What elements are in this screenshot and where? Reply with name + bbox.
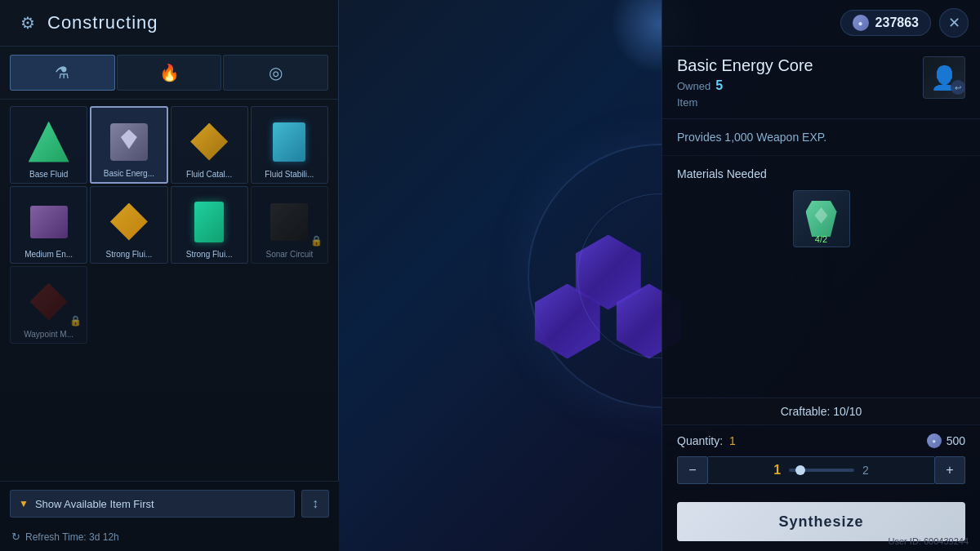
stepper-minus-button[interactable]: − [677, 456, 708, 484]
detail-item-name: Basic Energy Core [677, 56, 813, 75]
chevron-down-icon: ▼ [19, 498, 29, 509]
quantity-current-value: 1 [729, 434, 736, 447]
item-waypoint[interactable]: 🔒 Waypoint M... [10, 266, 87, 344]
show-available-label: Show Available Item First [35, 498, 154, 510]
item-type-label: Item [677, 96, 813, 109]
material-shape-icon [806, 201, 837, 237]
cost-amount: 500 [947, 434, 965, 447]
item-fluid-stabi[interactable]: Fluid Stabili... [251, 106, 328, 184]
title-bar: ⚙ Constructing [0, 0, 338, 47]
currency-icon: ● [853, 15, 869, 31]
hex-left [535, 284, 600, 359]
material-icon-box: 4/2 [793, 190, 850, 247]
item-base-fluid-label: Base Fluid [11, 170, 87, 180]
item-waypoint-label: Waypoint M... [11, 330, 87, 340]
base-fluid-icon [11, 107, 87, 170]
fluid-stabi-icon [252, 107, 327, 170]
bottom-controls: ▼ Show Available Item First ↕ ↻ Refresh … [0, 481, 339, 551]
refresh-label: Refresh Time: 3d 12h [25, 531, 119, 543]
strong-fluid2-icon [172, 187, 247, 250]
tab-energy[interactable]: 🔥 [117, 55, 222, 91]
quantity-section: Quantity: 1 ● 500 − 1 2 + [662, 424, 980, 492]
owned-label: Owned [677, 80, 710, 92]
stepper-slider[interactable] [789, 469, 854, 472]
sonar-icon: 🔒 [252, 187, 327, 250]
stepper-plus-button[interactable]: + [934, 456, 965, 484]
item-strong-fluid1-label: Strong Flui... [91, 250, 167, 260]
material-item: 4/2 [677, 190, 965, 247]
item-strong-fluid2-label: Strong Flui... [172, 250, 247, 260]
currency-display: ● 237863 [840, 10, 931, 36]
craftable-text: Craftable: 10/10 [781, 405, 862, 418]
quantity-row: Quantity: 1 ● 500 [677, 433, 965, 448]
item-fluid-stabi-label: Fluid Stabili... [252, 170, 327, 180]
detail-title-block: Basic Energy Core Owned 5 Item [677, 56, 813, 109]
detail-description: Provides 1,000 Weapon EXP. [662, 119, 980, 156]
item-medium-en-label: Medium En... [11, 250, 87, 260]
right-panel: ● 237863 ✕ Basic Energy Core Owned 5 Ite… [662, 0, 980, 551]
stepper-thumb [795, 465, 805, 475]
materials-title: Materials Needed [677, 167, 965, 180]
show-available-button[interactable]: ▼ Show Available Item First [10, 490, 295, 518]
item-strong-fluid2[interactable]: Strong Flui... [171, 186, 248, 264]
item-medium-en[interactable]: Medium En... [10, 186, 87, 264]
stepper-max: 2 [862, 464, 869, 477]
refresh-bar: ↻ Refresh Time: 3d 12h [0, 526, 339, 551]
stepper-track: 1 2 [708, 456, 934, 484]
tab-advanced[interactable]: ◎ [223, 55, 328, 91]
quantity-label: Quantity: 1 [677, 434, 736, 447]
strong-fluid1-icon [91, 187, 167, 250]
detail-header: Basic Energy Core Owned 5 Item 👤 ↩ [662, 47, 980, 119]
materials-section: Materials Needed 4/2 [662, 156, 980, 398]
owned-row: Owned 5 [677, 78, 813, 93]
hex-top [576, 235, 641, 310]
left-panel: ⚙ Constructing ⚗ 🔥 ◎ Base Fluid Basic En… [0, 0, 339, 551]
show-available-bar: ▼ Show Available Item First ↕ [0, 482, 339, 526]
currency-bar: ● 237863 ✕ [662, 0, 980, 47]
items-grid: Base Fluid Basic Energ... Fluid Catal...… [0, 100, 338, 350]
item-base-fluid[interactable]: Base Fluid [10, 106, 87, 184]
refresh-icon: ↻ [11, 531, 20, 543]
craftable-bar: Craftable: 10/10 [662, 398, 980, 424]
quantity-cost: ● 500 [927, 433, 965, 448]
detail-avatar: 👤 ↩ [923, 56, 965, 99]
stepper-value: 1 [773, 463, 781, 478]
user-id: User ID: 600439244 [889, 536, 969, 546]
owned-value: 5 [715, 78, 723, 93]
cost-icon: ● [927, 433, 942, 448]
avatar-arrow-icon: ↩ [951, 80, 965, 95]
item-fluid-catalyst[interactable]: Fluid Catal... [171, 106, 248, 184]
sort-button[interactable]: ↕ [301, 490, 329, 518]
item-sonar-label: Sonar Circuit [252, 250, 327, 260]
lock-icon-2: 🔒 [69, 315, 82, 327]
waypoint-icon: 🔒 [11, 267, 87, 330]
medium-en-icon [11, 187, 87, 250]
item-strong-fluid1[interactable]: Strong Flui... [90, 186, 167, 264]
close-button[interactable]: ✕ [939, 8, 969, 38]
item-basic-energy[interactable]: Basic Energ... [90, 106, 167, 184]
currency-amount: 237863 [875, 16, 919, 30]
synthesize-button[interactable]: Synthesize [677, 502, 965, 541]
item-fluid-catalyst-label: Fluid Catal... [172, 170, 247, 180]
constructing-icon: ⚙ [16, 11, 39, 34]
basic-energy-icon [91, 108, 166, 169]
item-sonar[interactable]: 🔒 Sonar Circuit [251, 186, 328, 264]
material-count: 4/2 [794, 234, 849, 244]
sort-icon: ↕ [312, 496, 318, 511]
item-basic-energy-label: Basic Energ... [91, 169, 166, 179]
tab-chemistry[interactable]: ⚗ [10, 55, 115, 91]
category-tabs: ⚗ 🔥 ◎ [0, 47, 338, 100]
fluid-catalyst-icon [172, 107, 247, 170]
page-title: Constructing [47, 12, 158, 33]
quantity-stepper: − 1 2 + [677, 456, 965, 484]
lock-icon: 🔒 [310, 235, 323, 247]
